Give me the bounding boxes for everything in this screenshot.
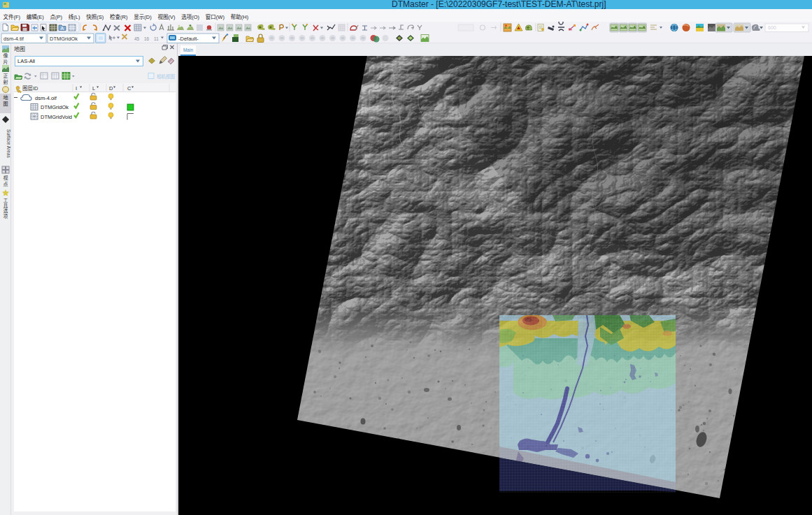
svg-text:DTMGridOk: DTMGridOk: [41, 104, 69, 110]
svg-text:dsm-4.oif: dsm-4.oif: [35, 95, 57, 101]
svg-text:-Default-: -Default-: [178, 36, 199, 42]
svg-text:DTMGridOk: DTMGridOk: [50, 36, 78, 42]
svg-text:45: 45: [134, 36, 140, 41]
svg-text:DTMGridVoid: DTMGridVoid: [41, 114, 72, 120]
svg-text:dsm-4.tif: dsm-4.tif: [3, 36, 24, 42]
svg-text:I: I: [76, 85, 77, 92]
svg-text:L: L: [92, 85, 95, 92]
svg-text:C: C: [127, 85, 131, 92]
svg-text:11: 11: [154, 36, 159, 41]
svg-text:16: 16: [144, 36, 150, 41]
svg-text:相机视图: 相机视图: [157, 73, 175, 80]
svg-text:600: 600: [768, 25, 776, 30]
svg-text:图层ID: 图层ID: [22, 85, 38, 92]
svg-text:A: A: [61, 26, 64, 31]
svg-text:D: D: [109, 85, 113, 92]
